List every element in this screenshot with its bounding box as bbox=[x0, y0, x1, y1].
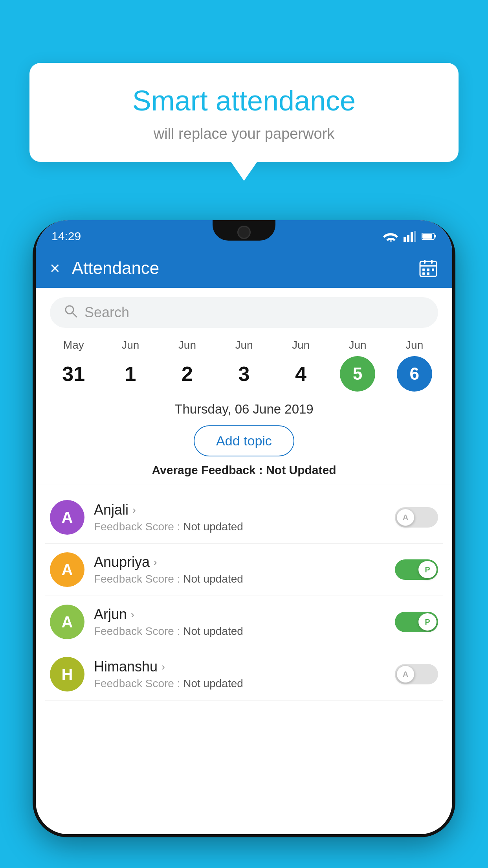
search-input[interactable]: Search bbox=[84, 304, 424, 321]
calendar-day-31[interactable]: May31 bbox=[52, 339, 95, 392]
close-button[interactable]: × bbox=[50, 259, 60, 277]
cal-day-number[interactable]: 2 bbox=[169, 356, 205, 392]
student-feedback: Feedback Score : Not updated bbox=[94, 520, 385, 533]
divider bbox=[36, 484, 452, 484]
phone-frame: 14:29 bbox=[33, 220, 455, 837]
cal-day-number[interactable]: 4 bbox=[283, 356, 319, 392]
svg-rect-11 bbox=[422, 268, 425, 271]
status-icons bbox=[383, 231, 437, 242]
calendar-day-1[interactable]: Jun1 bbox=[109, 339, 152, 392]
student-name[interactable]: Anjali › bbox=[94, 502, 385, 518]
student-list: AAnjali ›Feedback Score : Not updatedAAA… bbox=[36, 491, 452, 701]
cal-month-label: Jun bbox=[178, 339, 196, 351]
attendance-toggle[interactable]: P bbox=[395, 612, 438, 632]
toggle-knob: P bbox=[418, 613, 437, 631]
student-item: AAnjali ›Feedback Score : Not updatedA bbox=[45, 491, 443, 544]
calendar-day-5[interactable]: Jun5 bbox=[336, 339, 379, 392]
cal-month-label: May bbox=[63, 339, 84, 351]
student-avatar: H bbox=[50, 657, 84, 691]
phone-screen: 14:29 bbox=[36, 220, 452, 834]
signal-icon bbox=[404, 231, 416, 242]
student-item: AAnupriya ›Feedback Score : Not updatedP bbox=[45, 544, 443, 596]
speech-bubble-card: Smart attendance will replace your paper… bbox=[29, 63, 459, 162]
attendance-toggle[interactable]: A bbox=[395, 507, 438, 528]
calendar-day-3[interactable]: Jun3 bbox=[222, 339, 266, 392]
cal-day-number[interactable]: 3 bbox=[226, 356, 262, 392]
student-item: AArjun ›Feedback Score : Not updatedP bbox=[45, 596, 443, 648]
student-info: Anupriya ›Feedback Score : Not updated bbox=[94, 554, 385, 585]
app-header: × Attendance bbox=[36, 248, 452, 288]
svg-rect-15 bbox=[427, 272, 429, 275]
toggle-knob: A bbox=[396, 666, 415, 683]
cal-month-label: Jun bbox=[292, 339, 310, 351]
svg-rect-10 bbox=[420, 265, 437, 267]
svg-rect-6 bbox=[422, 234, 432, 239]
svg-rect-13 bbox=[432, 268, 434, 271]
svg-rect-8 bbox=[424, 260, 426, 264]
cal-month-label: Jun bbox=[235, 339, 253, 351]
student-avatar: A bbox=[50, 552, 84, 587]
student-name[interactable]: Himanshu › bbox=[94, 658, 385, 675]
cal-month-label: Jun bbox=[405, 339, 423, 351]
search-bar[interactable]: Search bbox=[50, 297, 438, 328]
student-feedback: Feedback Score : Not updated bbox=[94, 625, 385, 638]
student-name[interactable]: Anupriya › bbox=[94, 554, 385, 570]
student-feedback: Feedback Score : Not updated bbox=[94, 677, 385, 690]
cal-day-number[interactable]: 1 bbox=[113, 356, 148, 392]
cal-day-number[interactable]: 31 bbox=[56, 356, 91, 392]
chevron-icon: › bbox=[161, 661, 165, 673]
bubble-subtitle: will replace your paperwork bbox=[53, 125, 435, 142]
svg-rect-1 bbox=[407, 235, 409, 242]
wifi-icon bbox=[383, 231, 398, 242]
calendar-row: May31Jun1Jun2Jun3Jun4Jun5Jun6 bbox=[36, 328, 452, 392]
chevron-icon: › bbox=[132, 504, 136, 516]
calendar-day-6[interactable]: Jun6 bbox=[393, 339, 436, 392]
svg-line-17 bbox=[72, 313, 77, 317]
avg-feedback-value: Not Updated bbox=[266, 463, 336, 476]
calendar-day-4[interactable]: Jun4 bbox=[279, 339, 323, 392]
avg-feedback: Average Feedback : Not Updated bbox=[36, 463, 452, 477]
battery-icon bbox=[422, 232, 437, 240]
phone-notch bbox=[213, 220, 275, 241]
chevron-icon: › bbox=[154, 556, 157, 568]
attendance-toggle[interactable]: P bbox=[395, 559, 438, 580]
svg-rect-5 bbox=[434, 235, 436, 237]
svg-rect-14 bbox=[422, 272, 425, 275]
toggle-knob: P bbox=[418, 561, 437, 578]
student-info: Anjali ›Feedback Score : Not updated bbox=[94, 502, 385, 533]
student-feedback: Feedback Score : Not updated bbox=[94, 573, 385, 585]
svg-rect-9 bbox=[431, 260, 433, 264]
cal-day-number[interactable]: 6 bbox=[397, 356, 432, 392]
search-icon bbox=[64, 304, 77, 321]
student-info: Arjun ›Feedback Score : Not updated bbox=[94, 606, 385, 638]
student-avatar: A bbox=[50, 500, 84, 535]
student-name[interactable]: Arjun › bbox=[94, 606, 385, 623]
toggle-knob: A bbox=[396, 509, 415, 526]
svg-rect-12 bbox=[427, 268, 429, 271]
svg-rect-0 bbox=[404, 237, 406, 242]
student-info: Himanshu ›Feedback Score : Not updated bbox=[94, 658, 385, 690]
bubble-title: Smart attendance bbox=[53, 85, 435, 117]
status-time: 14:29 bbox=[51, 230, 81, 243]
header-title: Attendance bbox=[72, 258, 407, 278]
selected-date-label: Thursday, 06 June 2019 bbox=[36, 402, 452, 417]
svg-rect-3 bbox=[414, 231, 416, 242]
svg-rect-2 bbox=[411, 232, 413, 242]
attendance-toggle[interactable]: A bbox=[395, 664, 438, 684]
student-item: HHimanshu ›Feedback Score : Not updatedA bbox=[45, 648, 443, 701]
calendar-icon[interactable] bbox=[418, 258, 438, 278]
chevron-icon: › bbox=[131, 609, 134, 621]
avg-feedback-label: Average Feedback : bbox=[152, 463, 262, 476]
calendar-day-2[interactable]: Jun2 bbox=[165, 339, 209, 392]
phone-wrapper: 14:29 bbox=[33, 220, 455, 868]
student-avatar: A bbox=[50, 605, 84, 639]
cal-month-label: Jun bbox=[121, 339, 139, 351]
add-topic-button[interactable]: Add topic bbox=[194, 425, 294, 456]
cal-month-label: Jun bbox=[349, 339, 367, 351]
cal-day-number[interactable]: 5 bbox=[340, 356, 375, 392]
